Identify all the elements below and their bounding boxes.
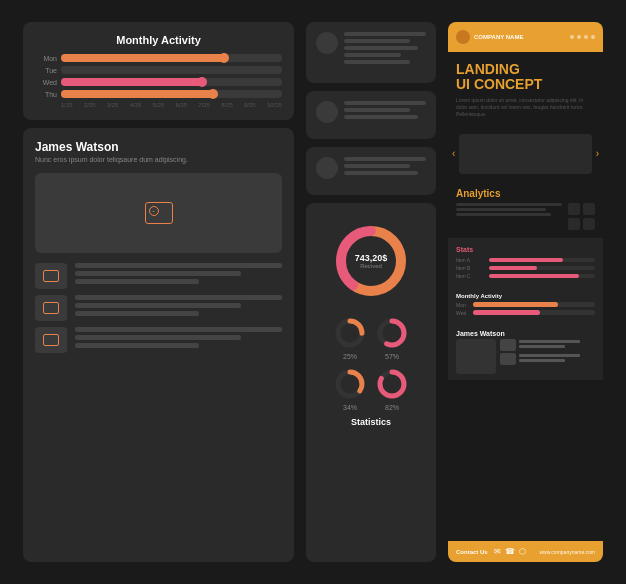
- grid-label-10: 10/25: [267, 102, 282, 108]
- rp-activity: Monthly Activity Mon Wed: [448, 287, 603, 324]
- text-lines-1: [344, 32, 426, 67]
- rp-mini-item-2: [500, 353, 595, 365]
- small-donut-3: 34%: [332, 366, 368, 411]
- bar-container-mon: [61, 54, 282, 62]
- statistics-title: Statistics: [351, 417, 391, 427]
- avatar-2: [316, 101, 338, 123]
- table-row: Item A: [456, 257, 595, 263]
- rp-carousel: ‹ ›: [448, 128, 603, 180]
- contact-url: www.companyname.com: [539, 549, 595, 555]
- rp-profile-name: James Watson: [456, 330, 595, 337]
- image-icon: [145, 202, 173, 224]
- rp-stats-rows: Item A Item B Item C: [456, 257, 595, 279]
- grid-label-8: 8/25: [221, 102, 233, 108]
- analytics-content: [456, 203, 595, 230]
- grid-label-4: 4/25: [130, 102, 142, 108]
- small-donut-label-2: 57%: [385, 353, 399, 360]
- rp-stats: Stats Item A Item B Item C: [448, 238, 603, 287]
- carousel-next-arrow[interactable]: ›: [596, 148, 599, 159]
- monthly-activity-title: Monthly Activity: [35, 34, 282, 46]
- small-donut-label-4: 82%: [385, 404, 399, 411]
- monthly-activity-card: Monthly Activity Mon Tue: [23, 22, 294, 120]
- item-thumbnail-3: [35, 327, 67, 353]
- content-items: [35, 263, 282, 353]
- activity-label-tue: Tue: [35, 67, 57, 74]
- rp-bar-row-1: Mon: [456, 302, 595, 308]
- donut-center: 743,20$ Recived: [355, 253, 388, 269]
- grid-label-2: 2/25: [84, 102, 96, 108]
- bar-container-thu: [61, 90, 282, 98]
- rp-mini-item-1: [500, 339, 595, 351]
- grid-label-5: 5/25: [153, 102, 165, 108]
- grid-label-7: 7/25: [198, 102, 210, 108]
- company-logo: [456, 30, 470, 44]
- company-name: COMPANY NAME: [474, 34, 523, 40]
- table-row: Item C: [456, 273, 595, 279]
- rp-profile: James Watson: [448, 324, 603, 380]
- item-text-3: [75, 327, 282, 351]
- rp-hero: LANDING UI CONCEPT Lorem ipsum dolor sit…: [448, 52, 603, 128]
- profile-subtitle: Nunc eros ipsum dolor teliqsaure dum adi…: [35, 156, 282, 163]
- activity-row-mon: Mon: [35, 54, 282, 62]
- carousel-prev-arrow[interactable]: ‹: [452, 148, 455, 159]
- bar-container-wed: [61, 78, 282, 86]
- small-donut-label-1: 25%: [343, 353, 357, 360]
- bar-dot-mon: [219, 53, 229, 63]
- rp-hero-text: Lorem ipsum dolor sit amet, consectetur …: [456, 97, 595, 118]
- middle-panel: 743,20$ Recived 25%: [306, 22, 436, 562]
- small-donut-2: 57%: [374, 315, 410, 360]
- rp-mini-thumb-2: [500, 353, 516, 365]
- main-donut: 743,20$ Recived: [331, 221, 411, 301]
- text-lines-3: [344, 157, 426, 178]
- bar-fill-thu: [61, 90, 216, 98]
- rp-profile-image: [456, 339, 496, 374]
- text-card-2: [306, 91, 436, 139]
- phone-icon: ☎: [505, 547, 515, 556]
- carousel-item: [459, 134, 591, 174]
- profile-image: [35, 173, 282, 253]
- rp-activity-title: Monthly Activity: [456, 293, 595, 299]
- email-icon: ✉: [494, 547, 501, 556]
- table-row: Item B: [456, 265, 595, 271]
- rp-mini-thumb-1: [500, 339, 516, 351]
- donut-amount: 743,20$: [355, 253, 388, 263]
- activity-label-wed: Wed: [35, 79, 57, 86]
- avatar-row-1: [316, 32, 426, 67]
- activity-label-mon: Mon: [35, 55, 57, 62]
- rp-profile-grid: [456, 339, 595, 374]
- text-card-3: [306, 147, 436, 195]
- bar-fill-wed: [61, 78, 205, 86]
- thumbnail-icon-1: [43, 270, 59, 282]
- avatar-row-2: [316, 101, 426, 123]
- avatar-3: [316, 157, 338, 179]
- item-text-1: [75, 263, 282, 287]
- rp-profile-right: [500, 339, 595, 374]
- analytics-title: Analytics: [456, 188, 595, 199]
- rp-stats-title: Stats: [456, 246, 595, 253]
- item-thumbnail-2: [35, 295, 67, 321]
- grid-lines: 1/25 2/25 3/25 4/25 5/25 6/25 7/25 8/25 …: [35, 102, 282, 108]
- profile-name: James Watson: [35, 140, 282, 154]
- small-donuts: 25% 57% 34%: [332, 315, 410, 411]
- profile-section: James Watson Nunc eros ipsum dolor teliq…: [23, 128, 294, 562]
- item-text-2: [75, 295, 282, 319]
- grid-label-1: 1/25: [61, 102, 73, 108]
- list-item: [35, 327, 282, 353]
- contact-label: Contact Us: [456, 549, 488, 555]
- donut-label: Recived: [355, 263, 388, 269]
- stats-card: 743,20$ Recived 25%: [306, 203, 436, 562]
- rp-analytics: Analytics: [448, 180, 603, 238]
- right-panel: COMPANY NAME LANDING UI CONCEPT Lorem ip…: [448, 22, 603, 562]
- activity-row-tue: Tue: [35, 66, 282, 74]
- list-item: [35, 295, 282, 321]
- bar-fill-mon: [61, 54, 227, 62]
- thumbnail-icon-2: [43, 302, 59, 314]
- location-icon: ⬡: [519, 547, 526, 556]
- avatar-1: [316, 32, 338, 54]
- nav-dots: [570, 35, 595, 39]
- activity-row-wed: Wed: [35, 78, 282, 86]
- bar-dot-thu: [208, 89, 218, 99]
- text-lines-2: [344, 101, 426, 122]
- small-donut-label-3: 34%: [343, 404, 357, 411]
- rp-hero-title: LANDING UI CONCEPT: [456, 62, 595, 93]
